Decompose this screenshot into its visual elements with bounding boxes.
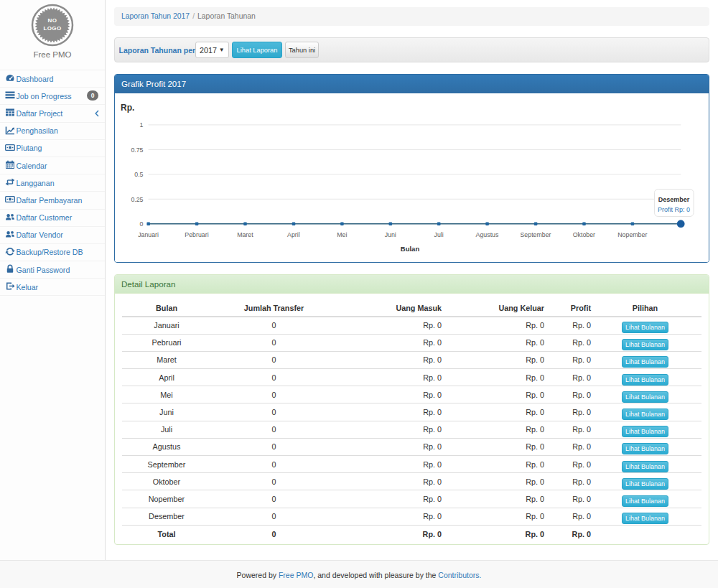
svg-text:April: April — [287, 231, 300, 238]
svg-text:Juni: Juni — [385, 231, 396, 238]
svg-text:Nopember: Nopember — [617, 231, 647, 238]
svg-text:LOGO: LOGO — [43, 25, 61, 32]
svg-text:Bulan: Bulan — [401, 245, 420, 253]
svg-text:0.5: 0.5 — [134, 171, 143, 178]
svg-text:Profit Rp: 0: Profit Rp: 0 — [658, 206, 690, 213]
svg-text:Januari: Januari — [138, 231, 159, 238]
svg-text:Desember: Desember — [658, 196, 690, 203]
svg-text:0: 0 — [140, 220, 144, 228]
svg-text:September: September — [520, 231, 551, 238]
svg-text:0.25: 0.25 — [131, 196, 143, 203]
svg-text:Oktober: Oktober — [573, 231, 595, 238]
svg-text:1: 1 — [140, 121, 144, 129]
svg-text:Pebruari: Pebruari — [185, 231, 208, 238]
svg-text:Agustus: Agustus — [476, 231, 499, 238]
svg-text:Mei: Mei — [337, 231, 347, 238]
svg-text:0.75: 0.75 — [131, 146, 143, 154]
svg-text:Maret: Maret — [237, 231, 253, 238]
svg-text:Juli: Juli — [434, 231, 443, 238]
svg-text:Rp.: Rp. — [121, 103, 134, 113]
svg-text:NO: NO — [48, 17, 57, 24]
